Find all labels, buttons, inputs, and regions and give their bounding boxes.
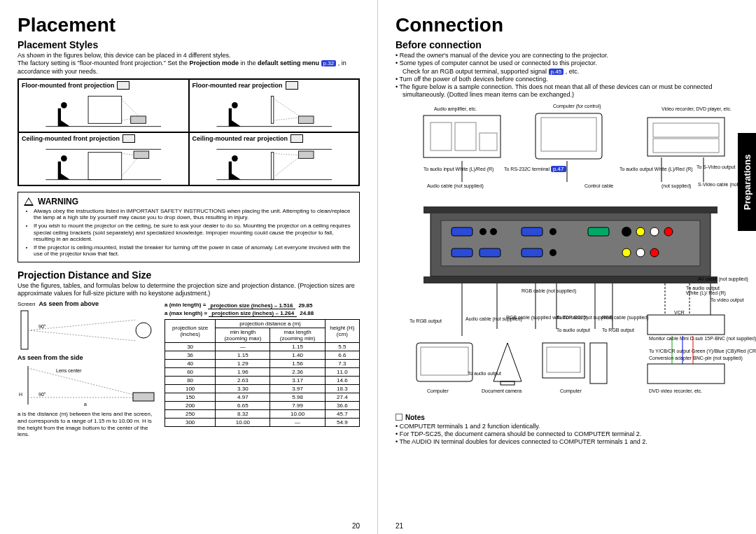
quad-cr-svg xyxy=(194,146,354,183)
svg-rect-87 xyxy=(590,343,607,384)
table-cell: 1.40 xyxy=(270,351,325,360)
svg-text:90°: 90° xyxy=(38,392,46,397)
table-cell: 6.65 xyxy=(216,402,270,410)
notes-title: Notes xyxy=(405,414,425,421)
svg-rect-1 xyxy=(88,96,122,123)
styles-p2a: The factory setting is "floor-mounted fr… xyxy=(18,59,190,66)
table-row: 30—1.155.5 xyxy=(165,343,360,351)
quad-ff-label: Floor-mounted front projection xyxy=(22,82,114,89)
formula-max-den: 24.88 xyxy=(297,310,316,316)
quad-ceiling-rear: Ceiling-mounted rear projection xyxy=(189,132,360,185)
svg-rect-55 xyxy=(441,220,700,266)
svg-line-23 xyxy=(274,153,301,155)
table-cell: 6.6 xyxy=(325,351,359,360)
connection-svg xyxy=(396,105,738,409)
table-row: 2508.3210.0045.7 xyxy=(165,410,360,419)
svg-rect-44 xyxy=(541,118,596,151)
table-cell: — xyxy=(270,419,325,427)
dl-toaudio3: To audio output xyxy=(468,371,501,377)
styles-p2: The factory setting is "floor-mounted fr… xyxy=(18,59,360,76)
svg-rect-56 xyxy=(451,227,472,236)
table-cell: 300 xyxy=(165,419,216,427)
svg-rect-65 xyxy=(588,227,609,236)
svg-rect-24 xyxy=(298,151,314,158)
formula-max-lhs: a (max length) = xyxy=(164,310,207,316)
svg-point-11 xyxy=(232,102,238,108)
dl-torgb1: To RGB output xyxy=(410,318,442,324)
table-cell: 10.00 xyxy=(216,419,270,427)
connection-diagram: Audio amplifier, etc. Computer (for cont… xyxy=(396,105,738,409)
dl-compctrl: Computer (for control) xyxy=(553,104,601,109)
distance-p: Use the figures, tables, and formulas be… xyxy=(18,282,360,298)
svg-point-18 xyxy=(61,155,67,162)
before-item: Some types of computer cannot be used or… xyxy=(396,59,738,76)
svg-point-71 xyxy=(636,248,645,257)
svg-line-2 xyxy=(122,99,140,117)
table-cell: 14.6 xyxy=(325,377,359,385)
dl-bnc: Conversion adapter BNC-pin (not supplied… xyxy=(649,356,743,361)
th-min: min length (zooming max) xyxy=(216,328,270,343)
before-conn-list: Read the owner's manual of the device yo… xyxy=(396,52,738,99)
svg-rect-84 xyxy=(500,381,514,385)
svg-point-29 xyxy=(136,323,151,338)
table-cell: 2.36 xyxy=(270,368,325,377)
dl-comp1: Computer xyxy=(427,388,449,394)
dl-rgbsup2: RGB cable (supplied) xyxy=(602,315,649,321)
notes-header: Notes xyxy=(396,414,738,421)
svg-point-62 xyxy=(550,228,556,235)
svg-line-22 xyxy=(274,155,301,176)
ref-p45: p.45 xyxy=(549,69,564,75)
dl-toaudio2: To audio output xyxy=(556,328,590,333)
svg-rect-61 xyxy=(522,227,542,236)
warning-icon xyxy=(24,197,34,206)
th-max: max length (zooming min) xyxy=(270,328,325,343)
styles-p2d: default setting menu xyxy=(258,59,321,66)
table-cell: 5.5 xyxy=(325,343,359,351)
svg-line-8 xyxy=(274,99,301,117)
page-number-left: 20 xyxy=(352,522,360,530)
before-item: Turn off the power of both devices befor… xyxy=(396,76,738,83)
page-left: Placement Placement Styles As shown in t… xyxy=(0,0,378,534)
before-item-sub: Check for an RGB output terminal, suppor… xyxy=(402,68,549,75)
before-item: Read the owner's manual of the device yo… xyxy=(396,52,738,59)
dl-comp2: Computer xyxy=(560,388,582,394)
styles-p1: As shown in the figures below, this devi… xyxy=(18,52,360,59)
notes-icon xyxy=(396,414,402,421)
svg-point-72 xyxy=(650,248,659,257)
dl-videoout: To video output xyxy=(710,297,743,303)
table-row: 2006.657.9936.6 xyxy=(165,402,360,410)
svg-rect-21 xyxy=(271,152,273,179)
svg-text:Lens center: Lens center xyxy=(56,368,82,373)
table-cell: 3.97 xyxy=(270,385,325,393)
svg-line-9 xyxy=(274,117,301,120)
table-cell: 54.9 xyxy=(325,419,359,427)
table-cell: 10.00 xyxy=(270,410,325,419)
notes-item: For TDP-SC25, the document camera should… xyxy=(396,430,738,438)
table-cell: 4.97 xyxy=(216,393,270,402)
dl-ctrlcable: Control cable xyxy=(584,183,613,189)
before-item-subend: , etc. xyxy=(564,68,579,75)
table-cell: 1.56 xyxy=(270,360,325,368)
dl-svideo: To S-Video output xyxy=(696,164,736,170)
svg-text:H: H xyxy=(19,392,22,397)
page-number-right: 21 xyxy=(396,522,403,530)
before-item-t: Some types of computer cannot be used or… xyxy=(400,59,597,66)
table-cell: 200 xyxy=(165,402,216,410)
distance-footnote: a is the distance (m) between the lens a… xyxy=(18,411,158,437)
svg-point-70 xyxy=(622,248,631,257)
warning-item: If the projector is ceiling-mounted, ins… xyxy=(34,244,354,258)
svg-point-67 xyxy=(636,227,645,236)
svg-rect-54 xyxy=(424,276,718,283)
quad-ff-svg xyxy=(23,93,183,129)
svg-point-68 xyxy=(650,227,659,236)
before-item: The figure below is a sample connection.… xyxy=(396,83,738,99)
svg-text:90°: 90° xyxy=(38,324,46,329)
notes-item: COMPUTER terminals 1 and 2 function iden… xyxy=(396,423,738,430)
table-cell: 1.29 xyxy=(216,360,270,368)
distance-h2: Projection Distance and Size xyxy=(18,269,360,281)
svg-point-69 xyxy=(664,227,673,236)
svg-line-28 xyxy=(28,330,136,341)
dl-moncable: Monitor cable Mini D-sub 15P-BNC (not su… xyxy=(649,336,756,342)
warning-title: WARNING xyxy=(38,197,78,206)
table-row: 361.151.406.6 xyxy=(165,351,360,360)
